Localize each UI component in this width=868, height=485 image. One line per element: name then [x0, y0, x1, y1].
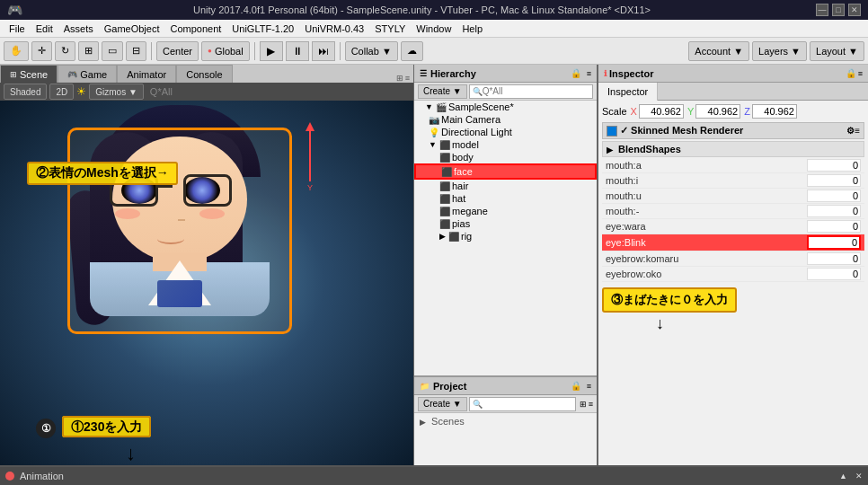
hier-item-megane[interactable]: ⬛ megane: [414, 205, 597, 217]
scene-panel: ⊞ Scene 🎮 Game Animator Console ⊞ ≡ Shad…: [0, 65, 413, 465]
hierarchy-panel: ☰ Hierarchy 🔒 ≡ Create ▼ 🔍 ▼ 🎬 SampleSc: [414, 65, 597, 375]
minimize-button[interactable]: —: [816, 4, 828, 16]
separator-1: [151, 42, 152, 60]
hier-item-body[interactable]: ⬛ body: [414, 151, 597, 163]
rect-tool[interactable]: ▭: [102, 41, 123, 61]
scene-view-toolbar: Shaded 2D ☀ Gizmos ▼ Q*All: [0, 83, 413, 101]
hier-item-hat[interactable]: ⬛ hat: [414, 192, 597, 205]
inspector-tabs: Inspector: [598, 83, 868, 101]
tab-console[interactable]: Console: [176, 65, 232, 83]
tab-scene[interactable]: ⊞ Scene: [0, 65, 58, 83]
animation-close-icon[interactable]: ✕: [855, 472, 863, 481]
menu-file[interactable]: File: [4, 20, 31, 37]
menu-unigltf[interactable]: UniGLTF-1.20: [226, 20, 299, 37]
inspector-lock-icon: 🔒: [846, 68, 856, 78]
hier-item-camera[interactable]: 📷 Main Camera: [414, 113, 597, 126]
collab-dropdown[interactable]: Collab ▼: [345, 41, 398, 61]
hand-tool[interactable]: ✋: [4, 41, 29, 61]
pause-button[interactable]: ⏸: [286, 41, 309, 61]
hier-item-hair[interactable]: ⬛ hair: [414, 180, 597, 192]
titlebar-title: Unity 2017.4.0f1 Personal (64bit) - Samp…: [28, 4, 816, 15]
tab-game[interactable]: 🎮 Game: [58, 65, 117, 83]
scale-x-input[interactable]: [639, 104, 684, 119]
hier-item-pias[interactable]: ⬛ pias: [414, 217, 597, 230]
tab-inspector-main[interactable]: Inspector: [598, 83, 658, 101]
animation-dot: [5, 472, 14, 481]
scale-z-input[interactable]: [752, 104, 797, 119]
middle-panel: ☰ Hierarchy 🔒 ≡ Create ▼ 🔍 ▼ 🎬 SampleSc: [413, 65, 598, 465]
menu-help[interactable]: Help: [456, 20, 488, 37]
hierarchy-content: ▼ 🎬 SampleScene* 📷 Main Camera 💡 Directi…: [414, 101, 597, 375]
maximize-button[interactable]: □: [832, 4, 845, 16]
center-dropdown[interactable]: Center: [156, 41, 199, 61]
hierarchy-search-input[interactable]: [483, 86, 589, 96]
rotate-tool[interactable]: ↻: [55, 41, 75, 61]
2d-button[interactable]: 2D: [49, 84, 74, 100]
animation-collapse-icon[interactable]: ▲: [839, 472, 847, 481]
cloud-button[interactable]: ☁: [401, 41, 423, 61]
annotation-step2: ②表情のMeshを選択→: [27, 162, 178, 185]
toolbar: ✋ ✛ ↻ ⊞ ▭ ⊟ Center ● Global ▶ ⏸ ⏭ Collab…: [0, 38, 868, 65]
scale-row: Scale X Y Z: [602, 104, 864, 119]
annotation-step3: ③まばたきに０を入力: [602, 287, 737, 313]
shaded-dropdown[interactable]: Shaded: [4, 84, 47, 100]
hierarchy-toolbar: Create ▼ 🔍: [414, 83, 597, 101]
project-panel: 📁 Project 🔒 ≡ Create ▼ 🔍 ⊞ ≡ ▶ Scenes: [414, 375, 597, 465]
component-checkbox[interactable]: [607, 126, 617, 137]
inspector-header: ℹ Inspector 🔒 ≡: [598, 65, 868, 83]
project-search-input[interactable]: [483, 399, 572, 409]
transform-tool[interactable]: ⊟: [126, 41, 146, 61]
animation-header: Animation ▲ ✕: [0, 467, 868, 485]
menu-window[interactable]: Window: [411, 20, 456, 37]
global-dropdown[interactable]: ● Global: [201, 41, 250, 61]
move-tool[interactable]: ✛: [31, 41, 52, 61]
step-button[interactable]: ⏭: [312, 41, 335, 61]
menu-univrm[interactable]: UniVRM-0.43: [299, 20, 369, 37]
hier-item-samplescene[interactable]: ▼ 🎬 SampleScene*: [414, 101, 597, 113]
separator-2: [254, 42, 255, 60]
tab-animator[interactable]: Animator: [117, 65, 176, 83]
menu-component[interactable]: Component: [164, 20, 226, 37]
annotation-step1: ① ①230を入力: [36, 419, 151, 438]
menu-styly[interactable]: STYLY: [369, 20, 411, 37]
separator-3: [340, 42, 341, 60]
inspector-content: Scale X Y Z ✓ Skinned Mesh Renderer ⚙: [598, 101, 868, 465]
hierarchy-lock-icon: 🔒: [571, 68, 581, 78]
component-header: ✓ Skinned Mesh Renderer ⚙ ≡: [602, 122, 864, 139]
hierarchy-create-btn[interactable]: Create ▼: [418, 84, 467, 99]
project-create-btn[interactable]: Create ▼: [418, 397, 467, 411]
prop-eyebrow-oko: eyebrow:oko 0: [602, 267, 864, 282]
project-toolbar: Create ▼ 🔍 ⊞ ≡: [414, 395, 597, 413]
annotation-step3-container: ③まばたきに０を入力 ↓: [602, 287, 864, 333]
hier-item-rig[interactable]: ▶ ⬛ rig: [414, 230, 597, 242]
scale-y-input[interactable]: [695, 104, 740, 119]
layers-dropdown[interactable]: Layers ▼: [752, 41, 807, 61]
blend-shapes-props: mouth:a 0 mouth:i 0 mouth:u 0 mouth:- 0 …: [602, 158, 864, 282]
component-menu-icon[interactable]: ≡: [855, 126, 860, 136]
account-dropdown[interactable]: Account ▼: [688, 41, 749, 61]
hier-item-light[interactable]: 💡 Directional Light: [414, 126, 597, 138]
prop-eye-blink: eye:Blink 0: [602, 234, 864, 251]
component-settings-icon[interactable]: ⚙: [846, 126, 855, 136]
light-toggle[interactable]: ☀: [76, 85, 86, 98]
main-layout: ⊞ Scene 🎮 Game Animator Console ⊞ ≡ Shad…: [0, 65, 868, 465]
inspector-options-icon[interactable]: ≡: [858, 69, 863, 78]
menu-assets[interactable]: Assets: [58, 20, 99, 37]
gizmos-dropdown[interactable]: Gizmos ▼: [89, 84, 144, 100]
prop-eye-wara: eye:wara 0: [602, 219, 864, 234]
project-scenes-item[interactable]: ▶ Scenes: [414, 413, 597, 429]
hier-item-face[interactable]: ⬛ face: [414, 163, 597, 180]
blend-shapes-header: ▶ BlendShapes: [602, 141, 864, 157]
project-expand-icon[interactable]: ⊞: [580, 400, 587, 409]
scale-tool[interactable]: ⊞: [78, 41, 99, 61]
animation-panel: Animation ▲ ✕ Preview ⏺ ⏮ ◀ ▶ ▶ ⏭ mabata…: [0, 465, 868, 485]
menu-gameobject[interactable]: GameObject: [99, 20, 165, 37]
menu-edit[interactable]: Edit: [31, 20, 58, 37]
play-button[interactable]: ▶: [260, 41, 283, 61]
project-options-icon[interactable]: ≡: [589, 400, 593, 409]
hier-item-model[interactable]: ▼ ⬛ model: [414, 138, 597, 151]
prop-mouth-i: mouth:i 0: [602, 173, 864, 189]
close-button[interactable]: ✕: [848, 4, 861, 16]
project-header: 📁 Project 🔒 ≡: [414, 377, 597, 395]
layout-dropdown[interactable]: Layout ▼: [810, 41, 864, 61]
